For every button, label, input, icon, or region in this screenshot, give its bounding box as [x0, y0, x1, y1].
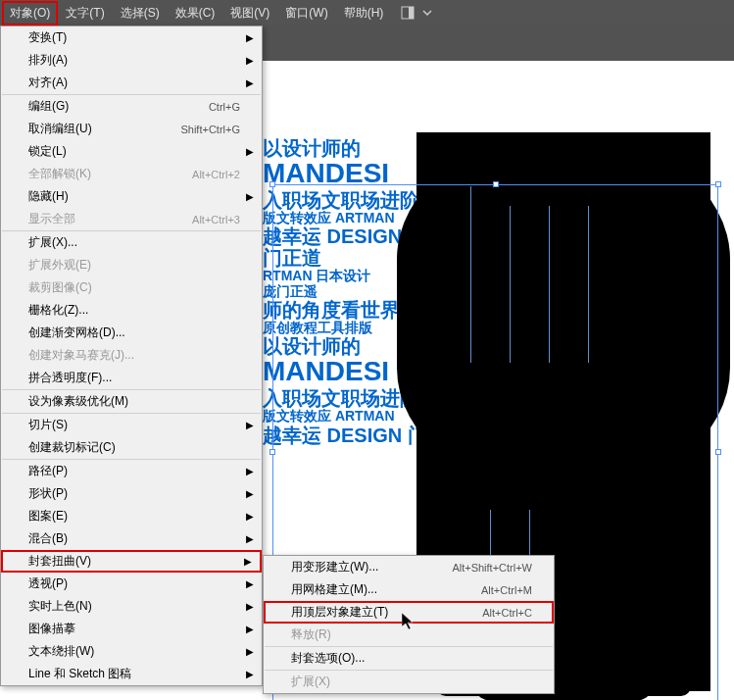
- object-menu-item[interactable]: 路径(P)▶: [1, 460, 262, 482]
- object-menu-item[interactable]: 对齐(A)▶: [1, 72, 262, 94]
- submenu-arrow-icon: ▶: [246, 77, 254, 88]
- menu-item-label: 用顶层对象建立(T): [291, 604, 388, 621]
- object-menu-item[interactable]: 隐藏(H)▶: [1, 185, 262, 208]
- object-menu-item[interactable]: 实时上色(N)▶: [1, 595, 262, 618]
- anchor-guide: [510, 206, 511, 363]
- object-menu-item[interactable]: 取消编组(U)Shift+Ctrl+G: [1, 118, 262, 140]
- submenu-arrow-icon: ▶: [246, 488, 254, 499]
- anchor-guide: [588, 206, 589, 363]
- submenu-arrow-icon: ▶: [246, 32, 254, 43]
- menu-item-label: 图案(E): [28, 508, 68, 525]
- object-menu-item[interactable]: 混合(B)▶: [1, 527, 262, 550]
- menu-object[interactable]: 对象(O): [2, 1, 58, 25]
- dropdown-icon[interactable]: [420, 6, 434, 20]
- anchor-guide: [549, 206, 550, 363]
- menu-item-label: 全部解锁(K): [28, 166, 91, 182]
- menu-item-label: 形状(P): [28, 485, 68, 502]
- menu-window[interactable]: 窗口(W): [277, 1, 335, 25]
- object-menu-item[interactable]: 创建裁切标记(C): [1, 436, 262, 459]
- submenu-arrow-icon: ▶: [246, 466, 254, 476]
- menu-shortcut: Alt+Ctrl+3: [192, 214, 240, 225]
- menu-item-label: 用网格建立(M)...: [291, 581, 377, 598]
- object-menu-item[interactable]: 拼合透明度(F)...: [1, 367, 262, 389]
- menu-item-label: 设为像素级优化(M): [28, 393, 128, 410]
- object-menu-item[interactable]: 形状(P)▶: [1, 482, 262, 505]
- object-menu-item[interactable]: Line 和 Sketch 图稿▶: [1, 663, 262, 685]
- menu-shortcut: Ctrl+G: [209, 101, 240, 113]
- object-menu-item[interactable]: 创建渐变网格(D)...: [1, 322, 262, 344]
- submenu-arrow-icon: ▶: [246, 669, 254, 679]
- object-menu-item[interactable]: 设为像素级优化(M): [1, 390, 262, 413]
- menu-item-label: 实时上色(N): [28, 598, 92, 615]
- menu-item-label: Line 和 Sketch 图稿: [28, 666, 131, 682]
- envelope-submenu-item[interactable]: 用变形建立(W)...Alt+Shift+Ctrl+W: [264, 556, 554, 578]
- menubar-icons: [401, 6, 434, 20]
- object-menu-item: 全部解锁(K)Alt+Ctrl+2: [1, 163, 262, 185]
- menu-item-label: 封套扭曲(V): [28, 553, 91, 570]
- object-menu-item[interactable]: 封套扭曲(V)▶: [1, 550, 262, 573]
- object-menu-item[interactable]: 切片(S)▶: [1, 414, 262, 436]
- menu-item-label: 栅格化(Z)...: [28, 302, 88, 319]
- object-menu-item[interactable]: 图像描摹▶: [1, 618, 262, 640]
- menu-item-label: 创建渐变网格(D)...: [28, 325, 125, 341]
- menu-item-label: 扩展(X)...: [28, 234, 77, 251]
- object-menu-dropdown: 变换(T)▶排列(A)▶对齐(A)▶编组(G)Ctrl+G取消编组(U)Shif…: [0, 25, 263, 686]
- menu-item-label: 释放(R): [291, 626, 331, 643]
- submenu-arrow-icon: ▶: [246, 624, 254, 634]
- submenu-arrow-icon: ▶: [244, 556, 252, 567]
- cursor-pointer-icon: [402, 613, 417, 636]
- submenu-arrow-icon: ▶: [246, 191, 254, 202]
- submenu-arrow-icon: ▶: [246, 55, 254, 66]
- menu-select[interactable]: 选择(S): [113, 1, 168, 25]
- menu-item-label: 扩展(X): [291, 674, 330, 690]
- menu-item-label: 透视(P): [28, 575, 68, 592]
- menu-item-label: 裁剪图像(C): [28, 279, 92, 296]
- object-menu-item: 扩展外观(E): [1, 254, 262, 276]
- object-menu-item[interactable]: 变换(T)▶: [1, 26, 262, 49]
- menu-effect[interactable]: 效果(C): [168, 1, 223, 25]
- menu-type[interactable]: 文字(T): [58, 1, 112, 25]
- menu-item-label: 切片(S): [28, 417, 68, 433]
- menu-help[interactable]: 帮助(H): [336, 1, 392, 25]
- menu-item-label: 排列(A): [28, 52, 68, 69]
- svg-rect-1: [409, 7, 414, 19]
- envelope-submenu-item: 扩展(X): [264, 671, 554, 693]
- submenu-arrow-icon: ▶: [246, 533, 254, 544]
- envelope-submenu-item[interactable]: 封套选项(O)...: [264, 647, 554, 670]
- envelope-submenu-item[interactable]: 用网格建立(M)...Alt+Ctrl+M: [264, 578, 554, 601]
- menu-item-label: 显示全部: [28, 211, 75, 227]
- submenu-arrow-icon: ▶: [246, 601, 254, 612]
- submenu-arrow-icon: ▶: [246, 646, 254, 657]
- menu-shortcut: Alt+Ctrl+2: [192, 169, 240, 180]
- menu-shortcut: Alt+Ctrl+M: [481, 584, 532, 596]
- object-menu-item: 裁剪图像(C): [1, 276, 262, 299]
- menu-shortcut: Alt+Shift+Ctrl+W: [452, 562, 532, 574]
- menu-item-label: 隐藏(H): [28, 188, 69, 205]
- object-menu-item[interactable]: 扩展(X)...: [1, 231, 262, 254]
- object-menu-item[interactable]: 排列(A)▶: [1, 49, 262, 72]
- submenu-arrow-icon: ▶: [246, 420, 254, 430]
- object-menu-item[interactable]: 锁定(L)▶: [1, 140, 262, 163]
- menu-item-label: 封套选项(O)...: [291, 650, 365, 667]
- menu-item-label: 创建对象马赛克(J)...: [28, 347, 134, 364]
- menu-item-label: 扩展外观(E): [28, 257, 91, 274]
- menu-item-label: 路径(P): [28, 463, 68, 479]
- menu-item-label: 编组(G): [28, 98, 69, 115]
- menu-shortcut: Shift+Ctrl+G: [180, 124, 240, 135]
- object-menu-item[interactable]: 图案(E)▶: [1, 505, 262, 527]
- panel-icon[interactable]: [401, 6, 415, 20]
- submenu-arrow-icon: ▶: [246, 146, 254, 157]
- menu-view[interactable]: 视图(V): [222, 1, 277, 25]
- submenu-arrow-icon: ▶: [246, 578, 254, 589]
- anchor-guide: [470, 186, 471, 363]
- object-menu-item[interactable]: 透视(P)▶: [1, 573, 262, 595]
- object-menu-item[interactable]: 文本绕排(W)▶: [1, 640, 262, 663]
- menu-item-label: 对齐(A): [28, 75, 68, 91]
- menu-item-label: 文本绕排(W): [28, 643, 94, 660]
- object-menu-item: 创建对象马赛克(J)...: [1, 344, 262, 367]
- object-menu-item[interactable]: 栅格化(Z)...: [1, 299, 262, 322]
- object-menu-item[interactable]: 编组(G)Ctrl+G: [1, 95, 262, 118]
- menu-item-label: 锁定(L): [28, 143, 67, 160]
- menu-item-label: 创建裁切标记(C): [28, 439, 116, 456]
- submenu-arrow-icon: ▶: [246, 511, 254, 522]
